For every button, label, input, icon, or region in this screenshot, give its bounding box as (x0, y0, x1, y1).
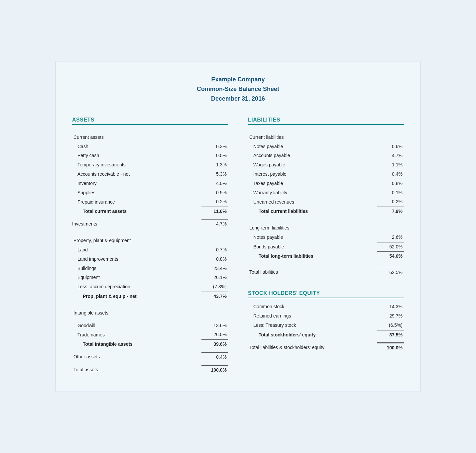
liab-interest-payable: Interest payable 0.4% (248, 170, 404, 179)
intangible-goodwill: Goodwill 13.6% (72, 321, 228, 330)
total-equity-row: Total stockholders' equity 37.5% (248, 330, 404, 339)
company-name: Example Company (72, 75, 404, 84)
investments-row: Investments 4.7% (72, 220, 228, 229)
assets-header: ASSETS (72, 117, 228, 125)
total-current-assets-row: Total current assets 11.6% (72, 207, 228, 216)
ppe-title: Property, plant & equipment (72, 232, 228, 245)
ppe-net-row: Prop, plant & equip - net 43.7% (72, 292, 228, 301)
assets-row-petty-cash: Petty cash 0.0% (72, 151, 228, 160)
ppe-buildings: Buildings 23.4% (72, 264, 228, 273)
other-assets-row: Other assets 0.4% (72, 352, 228, 362)
current-liab-title: Current liabilities (248, 129, 404, 142)
equity-table: Common stock 14.3% Retained earnings 29.… (248, 302, 404, 352)
liab-warranty: Warranty liability 0.1% (248, 188, 404, 198)
liab-taxes-payable: Taxes payable 0.8% (248, 179, 404, 188)
liab-accounts-payable: Accounts payable 4.7% (248, 151, 404, 160)
total-liabilities-row: Total liabilities 62.5% (248, 268, 404, 277)
liabilities-equity-column: LIABILITIES Current liabilities Notes pa… (248, 117, 404, 375)
equity-treasury-stock: Less: Treasury stock (6.5%) (248, 321, 404, 330)
current-assets-title: Current assets (72, 129, 228, 142)
assets-column: ASSETS Current assets Cash 0.3% Petty ca… (72, 117, 228, 375)
assets-row-supplies: Supplies 0.5% (72, 188, 228, 198)
liab-unearned-revenue: Unearned revenues 0.2% (248, 197, 404, 207)
longterm-liab-title: Long-term liabilities (248, 220, 404, 233)
liab-wages-payable: Wages payable 1.1% (248, 160, 404, 170)
assets-row-cash: Cash 0.3% (72, 142, 228, 151)
ppe-land-improvements: Land improvements 0.8% (72, 255, 228, 264)
report-title: Common-Size Balance Sheet (72, 84, 404, 94)
two-column-layout: ASSETS Current assets Cash 0.3% Petty ca… (72, 117, 404, 375)
equity-retained-earnings: Retained earnings 29.7% (248, 312, 404, 321)
liab-notes-payable: Notes payable 0.6% (248, 142, 404, 151)
assets-row-inventory: Inventory 4.0% (72, 179, 228, 188)
total-intangible-row: Total intangible assets 39.6% (72, 340, 228, 349)
intangible-title: Intangible assets (72, 305, 228, 318)
ppe-accum-depr: Less: accum depreciation (7.3%) (72, 282, 228, 292)
equity-common-stock: Common stock 14.3% (248, 302, 404, 312)
total-current-liab-row: Total current liabilities 7.9% (248, 207, 404, 216)
ppe-land: Land 0.7% (72, 245, 228, 255)
report-date: December 31, 2016 (72, 94, 404, 104)
assets-table: Current assets Cash 0.3% Petty cash 0.0%… (72, 129, 228, 375)
total-longterm-liab-row: Total long-term liabilities 54.6% (248, 252, 404, 261)
longterm-bonds-payable: Bonds payable 52.0% (248, 242, 404, 252)
longterm-notes-payable: Notes payable 2.6% (248, 233, 404, 242)
balance-sheet-card: Example Company Common-Size Balance Shee… (55, 61, 421, 392)
title-block: Example Company Common-Size Balance Shee… (72, 75, 404, 103)
ppe-equipment: Equipment 26.1% (72, 273, 228, 282)
assets-row-prepaid: Prepaid insurance 0.2% (72, 197, 228, 207)
grand-total-row: Total liabilities & stockholders' equity… (248, 343, 404, 353)
assets-row-temp-inv: Temporary investments 1.3% (72, 160, 228, 170)
liabilities-table: Current liabilities Notes payable 0.6% A… (248, 129, 404, 277)
total-assets-row: Total assets 100.0% (72, 365, 228, 375)
assets-row-ar: Accounts receivable - net 5.3% (72, 170, 228, 179)
liabilities-header: LIABILITIES (248, 117, 404, 125)
intangible-trade-names: Trade names 26.0% (72, 330, 228, 339)
equity-header: STOCK HOLDERS' EQUITY (248, 290, 404, 298)
